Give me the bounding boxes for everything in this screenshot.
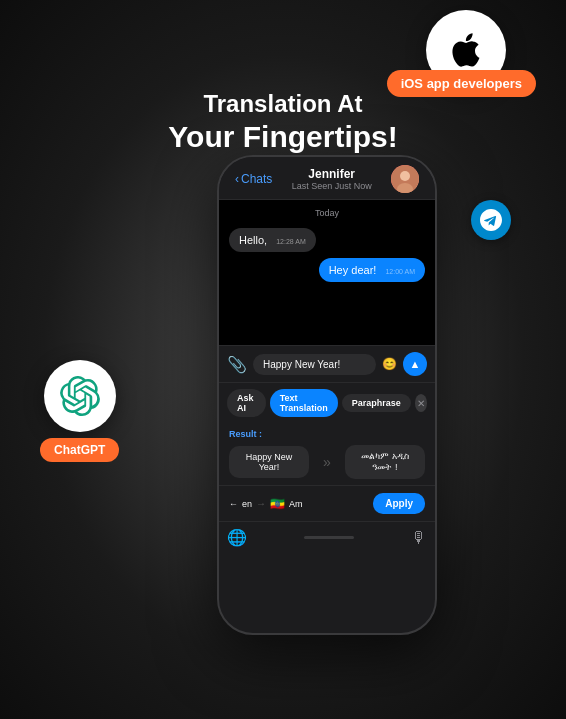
back-label: Chats	[241, 172, 272, 186]
input-bar: 📎 Happy New Year! 😊 ▲	[219, 345, 435, 382]
chatgpt-badge: ChatGPT	[40, 360, 119, 462]
chat-area: Today Hello, 12:28 AM Hey dear! 12:00 AM	[219, 200, 435, 345]
telegram-badge	[471, 200, 511, 240]
chevron-left-icon: ‹	[235, 172, 239, 186]
contact-status: Last Seen Just Now	[272, 181, 391, 191]
message-sent: Hey dear! 12:00 AM	[229, 258, 425, 282]
bubble-sent: Hey dear! 12:00 AM	[319, 258, 425, 282]
contact-info: Jennifer Last Seen Just Now	[272, 167, 391, 191]
translated-text-box: መልካም አዲስ ዓመት !	[345, 445, 425, 479]
language-display: ← en → 🇪🇹 Am	[229, 497, 367, 511]
avatar[interactable]	[391, 165, 419, 193]
translation-row: Happy New Year! » መልካም አዲስ ዓመት !	[229, 445, 425, 479]
send-button[interactable]: ▲	[403, 352, 427, 376]
chatgpt-circle	[44, 360, 116, 432]
chatgpt-icon	[60, 376, 100, 416]
translation-arrow: »	[315, 450, 339, 474]
message-received: Hello, 12:28 AM	[229, 228, 425, 252]
svg-point-1	[400, 171, 410, 181]
date-label: Today	[229, 208, 425, 218]
mic-icon[interactable]: 🎙	[411, 529, 427, 547]
result-label: Result :	[229, 429, 425, 439]
chatgpt-label: ChatGPT	[40, 438, 119, 462]
flag-icon: 🇪🇹	[270, 497, 285, 511]
apple-icon	[446, 30, 486, 70]
lang-arrow-icon: →	[256, 498, 266, 509]
back-button[interactable]: ‹ Chats	[235, 172, 272, 186]
received-time: 12:28 AM	[276, 238, 306, 245]
home-bar	[304, 536, 354, 539]
attach-icon[interactable]: 📎	[227, 355, 247, 374]
emoji-icon[interactable]: 😊	[382, 357, 397, 371]
heading-line1: Translation At	[168, 90, 397, 118]
source-lang: en	[242, 499, 252, 509]
ask-ai-button[interactable]: Ask AI	[227, 389, 266, 417]
sent-text: Hey dear!	[329, 264, 377, 276]
ios-label: iOS app developers	[387, 70, 536, 97]
paraphrase-button[interactable]: Paraphrase	[342, 394, 411, 412]
back-arrow-icon: ←	[229, 499, 238, 509]
result-area: Result : Happy New Year! » መልካም አዲስ ዓመት …	[219, 423, 435, 485]
telegram-icon	[480, 209, 502, 231]
heading-line2: Your Fingertips!	[168, 120, 397, 154]
contact-name: Jennifer	[272, 167, 391, 181]
phone-top-bar: ‹ Chats Jennifer Last Seen Just Now	[219, 157, 435, 200]
source-text-box: Happy New Year!	[229, 446, 309, 478]
heading-area: Translation At Your Fingertips!	[168, 90, 397, 154]
phone: ‹ Chats Jennifer Last Seen Just Now Toda…	[217, 155, 437, 635]
toolbar: Ask AI Text Translation Paraphrase ✕	[219, 382, 435, 423]
bubble-received: Hello, 12:28 AM	[229, 228, 316, 252]
text-translation-button[interactable]: Text Translation	[270, 389, 338, 417]
bottom-bar: ← en → 🇪🇹 Am Apply	[219, 485, 435, 521]
avatar-image	[391, 165, 419, 193]
home-area: 🌐 🎙	[219, 521, 435, 557]
message-input-field[interactable]: Happy New Year!	[253, 354, 376, 375]
sent-time: 12:00 AM	[385, 268, 415, 275]
apply-button[interactable]: Apply	[373, 493, 425, 514]
toolbar-close-button[interactable]: ✕	[415, 394, 427, 412]
received-text: Hello,	[239, 234, 267, 246]
globe-icon[interactable]: 🌐	[227, 528, 247, 547]
target-lang: Am	[289, 499, 303, 509]
